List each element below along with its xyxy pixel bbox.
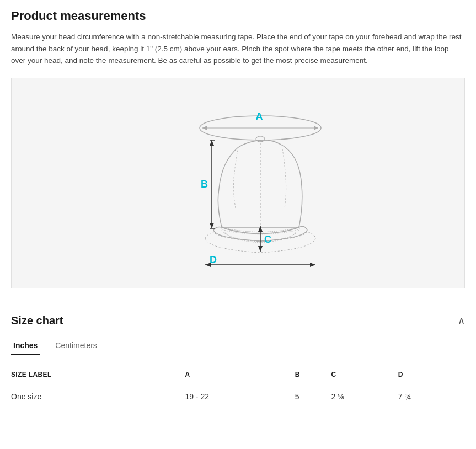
col-c: C — [331, 365, 398, 384]
cell-b: 5 — [295, 384, 331, 409]
cell-d: 7 ¾ — [398, 384, 465, 409]
col-a: A — [185, 365, 295, 384]
col-size-label: SIZE LABEL — [11, 365, 185, 384]
svg-marker-15 — [258, 246, 263, 252]
svg-text:A: A — [255, 111, 263, 122]
cell-c: 2 ⅝ — [331, 384, 398, 409]
size-table: SIZE LABEL A B C D One size 19 - 22 5 2 … — [11, 365, 465, 409]
unit-tabs: Inches Centimeters — [11, 336, 465, 355]
svg-marker-19 — [310, 263, 315, 267]
description-text: Measure your head circumference with a n… — [11, 31, 465, 67]
page-title: Product measurements — [11, 9, 465, 23]
svg-marker-8 — [210, 140, 214, 146]
tab-centimeters[interactable]: Centimeters — [53, 336, 99, 355]
size-chart-title: Size chart — [11, 314, 63, 327]
tab-inches[interactable]: Inches — [11, 336, 40, 355]
svg-marker-2 — [202, 126, 207, 130]
svg-text:C: C — [264, 234, 271, 245]
svg-text:D: D — [210, 254, 217, 265]
size-chart-header: Size chart ∧ — [11, 314, 465, 327]
svg-marker-9 — [210, 223, 214, 228]
table-row: One size 19 - 22 5 2 ⅝ 7 ¾ — [11, 384, 465, 409]
hat-diagram: A B C — [11, 78, 465, 288]
svg-marker-3 — [314, 126, 318, 130]
table-header-row: SIZE LABEL A B C D — [11, 365, 465, 384]
col-b: B — [295, 365, 331, 384]
svg-text:B: B — [201, 179, 208, 190]
cell-a: 19 - 22 — [185, 384, 295, 409]
col-d: D — [398, 365, 465, 384]
size-chart-section: Size chart ∧ Inches Centimeters SIZE LAB… — [11, 304, 465, 409]
chevron-up-icon[interactable]: ∧ — [458, 314, 465, 327]
cell-size-label: One size — [11, 384, 185, 409]
